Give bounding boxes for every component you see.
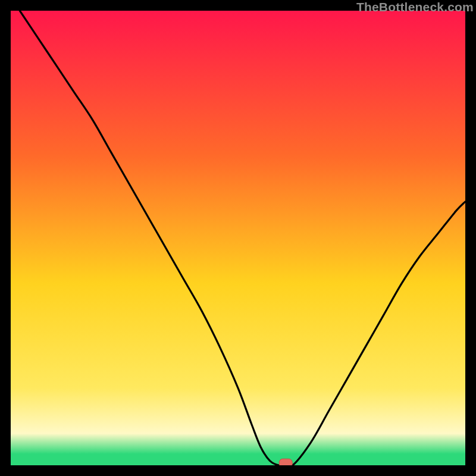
watermark-text: TheBottleneck.com [356,0,474,14]
bottleneck-chart [11,11,465,465]
chart-frame [11,11,465,465]
gradient-background [11,11,465,465]
optimal-point-marker [279,459,292,465]
